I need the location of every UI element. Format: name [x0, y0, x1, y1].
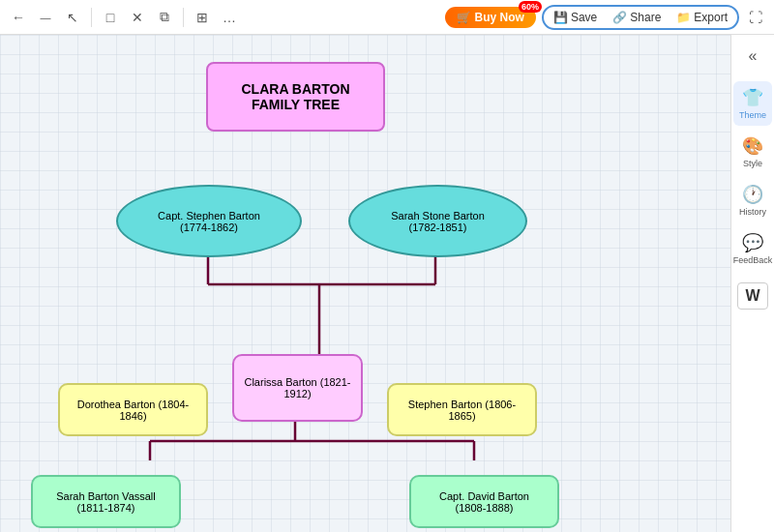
save-label: Save — [571, 11, 597, 24]
tree-container: CLARA BARTONFAMILY TREE Capt. Stephen Ba… — [0, 35, 716, 532]
sidebar-item-style[interactable]: 🎨 Style — [733, 130, 772, 174]
sidebar-item-history[interactable]: 🕐 History — [733, 178, 772, 222]
export-button[interactable]: 📁 Export — [672, 9, 731, 26]
canvas[interactable]: CLARA BARTONFAMILY TREE Capt. Stephen Ba… — [0, 35, 730, 532]
sarah-vassall-label: Sarah Barton Vassall (1811-1874) — [56, 490, 156, 514]
toolbar: ← — ↖ □ ✕ ⧉ ⊞ … 🛒 Buy Now 60% 💾 Save 🔗 S… — [0, 0, 774, 35]
sidebar-style-label: Style — [743, 159, 762, 168]
discount-badge: 60% — [519, 1, 542, 13]
export-label: Export — [694, 11, 728, 24]
stephen-jr-node[interactable]: Stephen Barton (1806-1865) — [387, 383, 537, 436]
more-button[interactable]: … — [219, 7, 240, 28]
title-box: CLARA BARTONFAMILY TREE — [206, 62, 385, 132]
history-icon: 🕐 — [742, 184, 763, 205]
share-icon: 🔗 — [612, 11, 627, 24]
clarissa-label: Clarissa Barton (1821-1912) — [240, 376, 355, 399]
feedback-icon: 💬 — [742, 232, 763, 253]
stephen-jr-label: Stephen Barton (1806-1865) — [395, 399, 529, 422]
share-label: Share — [630, 11, 661, 24]
dorothea-label: Dorothea Barton (1804-1846) — [66, 399, 200, 422]
dorothea-node[interactable]: Dorothea Barton (1804-1846) — [58, 383, 208, 436]
action-group: 💾 Save 🔗 Share 📁 Export — [542, 5, 739, 30]
buy-now-button[interactable]: 🛒 Buy Now 60% — [445, 7, 536, 28]
capt-david-label: Capt. David Barton (1808-1888) — [439, 490, 529, 514]
undo-button[interactable]: ← — [8, 7, 29, 28]
sidebar-history-label: History — [739, 207, 766, 217]
share-button[interactable]: 🔗 Share — [609, 9, 665, 26]
capt-stephen-node[interactable]: Capt. Stephen Barton (1774-1862) — [116, 185, 302, 257]
divider-2 — [183, 8, 184, 27]
delete-button[interactable]: ✕ — [127, 7, 148, 28]
sidebar-collapse-button[interactable]: « — [737, 43, 768, 70]
sidebar: « 👕 Theme 🎨 Style 🕐 History 💬 FeedBack W — [730, 35, 774, 532]
theme-icon: 👕 — [742, 87, 763, 108]
sarah-stone-label: Sarah Stone Barton (1782-1851) — [391, 210, 485, 233]
cart-icon: 🛒 — [457, 11, 471, 24]
shape-button[interactable]: □ — [100, 7, 121, 28]
sidebar-item-theme[interactable]: 👕 Theme — [733, 81, 772, 126]
buy-now-label: Buy Now — [475, 11, 524, 24]
w-label: W — [745, 287, 759, 305]
sarah-stone-node[interactable]: Sarah Stone Barton (1782-1851) — [348, 185, 527, 257]
capt-david-node[interactable]: Capt. David Barton (1808-1888) — [409, 475, 559, 528]
capt-stephen-label: Capt. Stephen Barton (1774-1862) — [158, 210, 260, 233]
copy-button[interactable]: ⧉ — [154, 7, 175, 28]
sidebar-item-feedback[interactable]: 💬 FeedBack — [733, 226, 772, 271]
sarah-vassall-node[interactable]: Sarah Barton Vassall (1811-1874) — [31, 475, 181, 528]
style-icon: 🎨 — [742, 135, 763, 157]
redo-button[interactable]: — — [35, 7, 56, 28]
clarissa-node[interactable]: Clarissa Barton (1821-1912) — [232, 354, 363, 422]
sidebar-feedback-label: FeedBack — [733, 255, 773, 265]
fullscreen-button[interactable]: ⛶ — [745, 7, 766, 28]
save-button[interactable]: 💾 Save — [550, 9, 601, 26]
sidebar-w-button[interactable]: W — [737, 282, 768, 310]
sidebar-theme-label: Theme — [739, 110, 766, 120]
title-text: CLARA BARTONFAMILY TREE — [242, 81, 350, 112]
divider-1 — [91, 8, 92, 27]
grid-button[interactable]: ⊞ — [192, 7, 213, 28]
cursor-button[interactable]: ↖ — [62, 7, 83, 28]
save-icon: 💾 — [553, 11, 568, 24]
export-icon: 📁 — [676, 11, 691, 24]
